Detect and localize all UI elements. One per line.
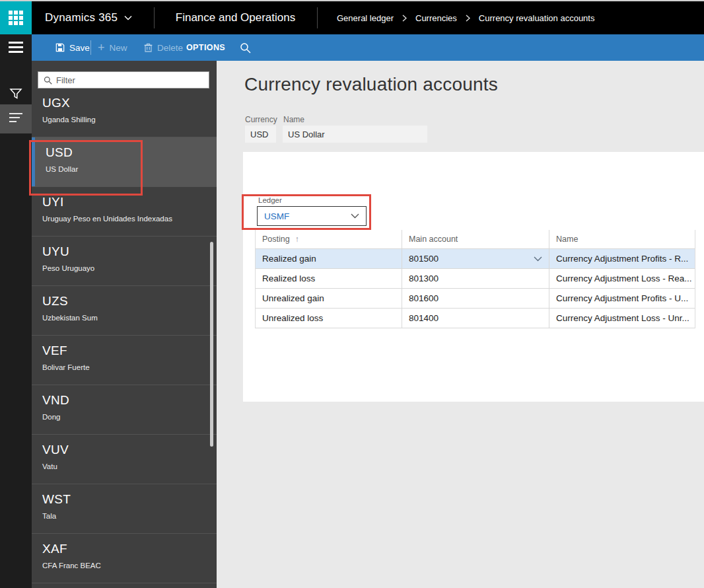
table-row[interactable]: Realized loss 801300 Currency Adjustment… xyxy=(256,268,695,288)
search-icon xyxy=(240,42,251,54)
table-row[interactable]: Unrealized gain 801600 Currency Adjustme… xyxy=(256,288,695,308)
options-label: OPTIONS xyxy=(186,43,225,52)
waffle-grid-icon xyxy=(9,11,23,25)
currency-name: CFA Franc BEAC xyxy=(42,562,101,570)
topbar-divider xyxy=(317,7,318,28)
currency-list-item[interactable]: UZS Uzbekistan Sum xyxy=(32,286,217,336)
ledger-dropdown[interactable]: USMF xyxy=(257,206,367,226)
currency-code: VUV xyxy=(42,443,69,457)
table-body: Realized gain 801500 Currency Adjustment… xyxy=(256,248,695,328)
cell-posting[interactable]: Realized gain xyxy=(256,249,402,268)
filter-input[interactable] xyxy=(56,75,203,85)
table-header-row: Posting ↑ Main account Name xyxy=(256,230,695,248)
search-button[interactable] xyxy=(240,34,251,61)
currency-code: UYU xyxy=(42,244,69,259)
cell-posting[interactable]: Realized loss xyxy=(256,269,402,288)
main-account-value: 801500 xyxy=(409,254,439,264)
delete-button[interactable]: Delete xyxy=(144,34,183,61)
cell-main-account[interactable]: 801500 xyxy=(402,249,549,268)
breadcrumb-currency-revaluation-accounts[interactable]: Currency revaluation accounts xyxy=(479,13,595,23)
save-label: Save xyxy=(69,43,90,53)
filter-box xyxy=(38,71,209,89)
currency-list: UGX Uganda Shilling USD US Dollar UYI Ur… xyxy=(32,88,217,583)
menu-button[interactable] xyxy=(9,42,23,53)
currency-field[interactable] xyxy=(245,126,276,143)
product-menu[interactable]: Dynamics 365 xyxy=(32,1,154,34)
funnel-icon xyxy=(9,87,22,100)
save-button[interactable]: Save xyxy=(55,34,90,61)
trash-can-icon xyxy=(144,43,153,52)
app-window: Dynamics 365 Finance and Operations Gene… xyxy=(0,0,704,588)
cell-name[interactable]: Currency Adjustment Loss - Unr... xyxy=(549,309,695,328)
currency-list-item[interactable]: XAF CFA Franc BEAC xyxy=(32,534,217,583)
chevron-down-icon[interactable] xyxy=(534,256,542,262)
currency-code: VEF xyxy=(42,344,67,358)
search-icon xyxy=(44,76,52,85)
revaluation-accounts-table: Posting ↑ Main account Name Realized gai… xyxy=(255,230,695,328)
app-launcher-button[interactable] xyxy=(0,1,32,34)
currency-code: UYI xyxy=(42,195,64,209)
new-label: New xyxy=(110,43,127,53)
cell-name[interactable]: Currency Adjustment Profits - R... xyxy=(549,249,695,268)
chevron-down-icon xyxy=(351,213,359,219)
rail-item-list-active[interactable] xyxy=(0,104,32,133)
chevron-right-icon xyxy=(402,15,407,22)
currency-code: WST xyxy=(42,492,71,507)
name-field-label: Name xyxy=(283,115,304,124)
currency-name: Peso Uruguayo xyxy=(42,264,94,272)
list-scrollbar[interactable] xyxy=(210,242,213,447)
options-menu-button[interactable]: OPTIONS xyxy=(186,34,225,61)
currency-list-item[interactable]: VUV Vatu xyxy=(32,435,217,484)
ledger-label: Ledger xyxy=(257,196,283,204)
cell-main-account[interactable]: 801400 xyxy=(402,309,549,328)
currency-code: VND xyxy=(42,393,69,408)
cell-main-account[interactable]: 801600 xyxy=(402,289,549,308)
currency-code: XAF xyxy=(42,542,67,556)
main-account-value: 801600 xyxy=(409,293,439,303)
name-field[interactable] xyxy=(283,126,427,143)
hamburger-icon xyxy=(9,42,23,44)
cell-name[interactable]: Currency Adjustment Profits - U... xyxy=(549,289,695,308)
navigation-rail xyxy=(0,34,32,588)
currency-name: Tala xyxy=(42,512,56,520)
breadcrumb-general-ledger[interactable]: General ledger xyxy=(337,13,394,23)
currency-list-item[interactable]: UGX Uganda Shilling xyxy=(32,88,217,137)
column-header-posting[interactable]: Posting ↑ xyxy=(256,230,402,248)
currency-list-item[interactable]: UYI Uruguay Peso en Unidades Indexadas xyxy=(32,187,217,237)
plus-icon: + xyxy=(98,42,105,54)
chevron-down-icon xyxy=(124,15,132,20)
page-title: Currency revaluation accounts xyxy=(244,74,498,95)
module-title: Finance and Operations xyxy=(154,1,317,34)
new-button[interactable]: + New xyxy=(98,34,127,61)
cell-posting[interactable]: Unrealized loss xyxy=(256,309,402,328)
command-bar: Save + New Delete OPTIONS xyxy=(32,34,704,61)
column-header-name[interactable]: Name xyxy=(549,230,695,248)
chevron-right-icon xyxy=(466,15,470,22)
currency-list-item[interactable]: WST Tala xyxy=(32,484,217,534)
breadcrumb-currencies[interactable]: Currencies xyxy=(415,13,457,23)
currency-name: Bolivar Fuerte xyxy=(42,363,90,371)
main-account-value: 801400 xyxy=(409,313,439,323)
currency-code: UZS xyxy=(42,294,68,309)
list-lines-icon xyxy=(9,113,22,125)
column-header-main-account[interactable]: Main account xyxy=(402,230,549,248)
currency-code: UGX xyxy=(42,96,70,110)
command-divider xyxy=(90,40,91,55)
currency-list-panel: UGX Uganda Shilling USD US Dollar UYI Ur… xyxy=(32,61,217,588)
currency-list-item[interactable]: UYU Peso Uruguayo xyxy=(32,237,217,286)
currency-list-item[interactable]: VND Dong xyxy=(32,385,217,435)
sort-ascending-icon: ↑ xyxy=(295,235,299,244)
cell-main-account[interactable]: 801300 xyxy=(402,269,549,288)
cell-name[interactable]: Currency Adjustment Loss - Rea... xyxy=(549,269,695,288)
currency-list-item[interactable]: VEF Bolivar Fuerte xyxy=(32,336,217,385)
currency-code: USD xyxy=(46,145,73,160)
currency-name: Uganda Shilling xyxy=(42,116,96,124)
currency-name: Dong xyxy=(42,413,61,421)
currency-list-item[interactable]: USD US Dollar xyxy=(32,137,217,187)
currency-name: Vatu xyxy=(42,462,57,470)
cell-posting[interactable]: Unrealized gain xyxy=(256,289,402,308)
product-name: Dynamics 365 xyxy=(45,11,118,24)
table-row[interactable]: Unrealized loss 801400 Currency Adjustme… xyxy=(256,308,695,328)
floppy-disk-icon xyxy=(55,43,65,52)
table-row[interactable]: Realized gain 801500 Currency Adjustment… xyxy=(256,248,695,268)
